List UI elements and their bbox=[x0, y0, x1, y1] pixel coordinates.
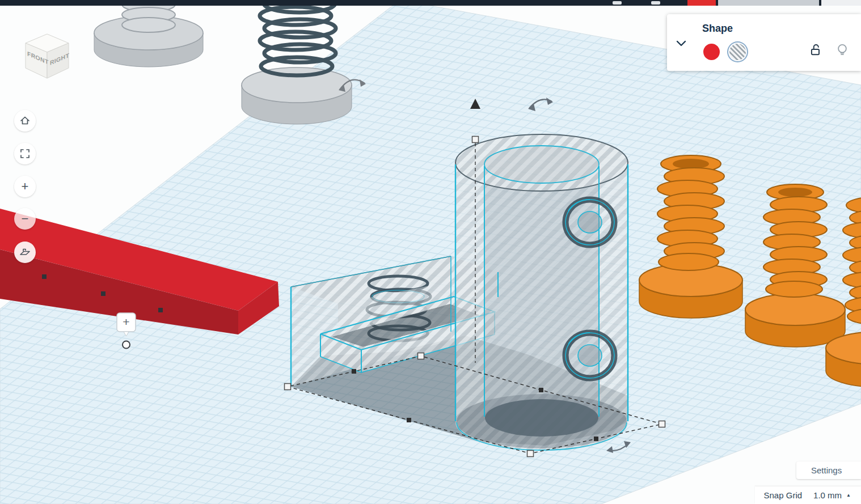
settings-button[interactable]: Settings bbox=[796, 461, 861, 479]
zoom-in-button[interactable]: + bbox=[14, 176, 36, 197]
view-cube[interactable]: FRONT RIGHT bbox=[16, 29, 78, 88]
shape-panel-title: Shape bbox=[702, 23, 733, 35]
gray-screw[interactable] bbox=[94, 0, 203, 67]
snap-grid-select[interactable]: 1.0 mm ▲ bbox=[810, 490, 854, 501]
snap-grid-caret-icon: ▲ bbox=[846, 493, 851, 498]
fit-view-icon bbox=[19, 147, 31, 160]
selection-handle-mid[interactable] bbox=[352, 369, 356, 374]
topbar-item[interactable] bbox=[613, 1, 622, 5]
fit-view-button[interactable] bbox=[14, 143, 36, 164]
lock-button[interactable] bbox=[809, 43, 822, 58]
selection-handle-corner[interactable] bbox=[418, 353, 424, 359]
snap-grid-value: 1.0 mm bbox=[813, 490, 842, 500]
snap-grid-bar: Snap Grid 1.0 mm ▲ bbox=[755, 486, 861, 504]
hole-material-swatch[interactable] bbox=[729, 44, 746, 60]
zoom-out-icon: − bbox=[22, 213, 29, 225]
selection-handle-corner[interactable] bbox=[527, 451, 534, 457]
visibility-button[interactable] bbox=[835, 43, 849, 58]
zoom-in-icon: + bbox=[22, 180, 29, 193]
lightbulb-icon bbox=[835, 43, 849, 57]
selection-handle-top[interactable] bbox=[472, 137, 479, 143]
zoom-out-button[interactable]: − bbox=[14, 208, 36, 230]
snap-grid-label: Snap Grid bbox=[764, 490, 803, 500]
topbar-item[interactable] bbox=[651, 1, 660, 5]
home-icon bbox=[19, 115, 31, 127]
ruler-tooltip-plus: + bbox=[123, 315, 129, 328]
selection-handle-corner[interactable] bbox=[285, 384, 291, 390]
workplane-icon bbox=[19, 246, 31, 259]
selection-handle-corner[interactable] bbox=[659, 421, 665, 427]
home-button[interactable] bbox=[14, 110, 36, 132]
workplane-3d-canvas[interactable]: + bbox=[0, 0, 861, 504]
lock-icon bbox=[809, 43, 822, 57]
chevron-down-icon bbox=[676, 40, 687, 47]
workplane-view-button[interactable] bbox=[14, 242, 36, 263]
selection-handle-mid[interactable] bbox=[407, 418, 411, 422]
topbar-item[interactable] bbox=[821, 0, 861, 6]
collapse-panel-button[interactable] bbox=[674, 38, 689, 50]
shape-panel: Shape bbox=[667, 14, 861, 71]
top-bar bbox=[0, 0, 861, 6]
ruler-anchor[interactable] bbox=[123, 341, 130, 349]
selection-handle-mid[interactable] bbox=[539, 388, 543, 392]
topbar-item[interactable] bbox=[718, 0, 819, 6]
solid-color-swatch[interactable] bbox=[703, 44, 720, 60]
selection-handle-mid[interactable] bbox=[594, 437, 598, 441]
tinkercad-workspace: + FRONT RIGHT + − Shape bbox=[0, 0, 861, 504]
topbar-item[interactable] bbox=[687, 0, 716, 6]
